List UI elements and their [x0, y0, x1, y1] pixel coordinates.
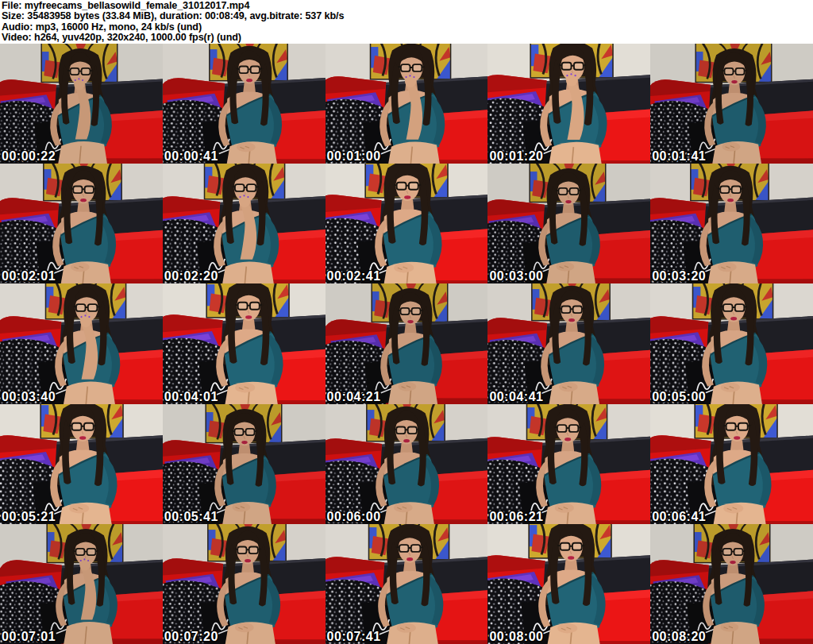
webcam-frame-art: [0, 283, 163, 403]
video-thumbnail: 00:02:41: [326, 164, 488, 283]
file-info-line-file: File: myfreecams_bellasowild_female_3101…: [2, 1, 813, 11]
webcam-frame-art: [326, 524, 488, 644]
timestamp-label: 00:08:00: [489, 630, 543, 644]
timestamp-label: 00:03:20: [652, 269, 706, 283]
video-thumbnail: 00:05:41: [163, 404, 326, 524]
timestamp-label: 00:02:20: [164, 269, 218, 283]
file-info-line-video: Video: h264, yuv420p, 320x240, 1000.00 f…: [2, 33, 813, 43]
video-thumbnail: 00:00:22: [0, 44, 163, 164]
video-thumbnail: 00:01:20: [487, 44, 650, 164]
webcam-frame-art: [163, 164, 326, 283]
video-thumbnail: 00:02:01: [0, 164, 163, 283]
video-thumbnail: 00:08:00: [487, 524, 650, 644]
neck: [730, 440, 744, 452]
thighs: [222, 262, 274, 284]
thighs: [387, 142, 440, 164]
video-thumbnail: 00:06:21: [487, 404, 650, 524]
thighs: [64, 622, 113, 644]
webcam-frame-art: [326, 164, 488, 283]
thighs: [549, 142, 603, 164]
neck: [238, 444, 251, 455]
webcam-frame-art: [163, 283, 326, 403]
video-thumbnail: 00:04:41: [487, 283, 650, 403]
neck: [561, 442, 574, 453]
timestamp-label: 00:04:41: [489, 390, 543, 404]
timestamp-label: 00:06:00: [327, 510, 381, 524]
timestamp-label: 00:03:40: [2, 390, 56, 404]
webcam-frame-art: [0, 524, 163, 644]
webcam-frame-art: [326, 283, 488, 403]
timestamp-label: 00:00:41: [164, 149, 218, 164]
video-thumbnail: 00:04:21: [326, 283, 488, 403]
timestamp-label: 00:04:21: [327, 390, 381, 404]
webcam-frame-art: [0, 404, 163, 524]
neck: [726, 564, 739, 575]
neck: [400, 442, 413, 453]
timestamp-label: 00:07:20: [164, 630, 218, 644]
webcam-frame-art: [650, 404, 813, 524]
video-thumbnail: 00:06:41: [650, 404, 813, 524]
webcam-frame-art: [650, 283, 813, 403]
webcam-frame-art: [0, 44, 163, 164]
neck: [564, 560, 578, 572]
video-thumbnail: 00:00:41: [163, 44, 326, 164]
webcam-frame-art: [163, 524, 326, 644]
timestamp-label: 00:05:41: [164, 510, 218, 524]
file-info-line-audio: Audio: mp3, 16000 Hz, mono, 24 kb/s (und…: [2, 22, 813, 33]
video-thumbnail: 00:05:00: [650, 283, 813, 403]
timestamp-label: 00:06:21: [489, 510, 543, 524]
video-contact-sheet: File: myfreecams_bellasowild_female_3101…: [0, 0, 813, 644]
timestamp-label: 00:04:01: [164, 390, 218, 404]
file-info-header: File: myfreecams_bellasowild_female_3101…: [0, 0, 813, 44]
video-thumbnail: 00:07:01: [0, 524, 163, 644]
timestamp-label: 00:08:20: [652, 630, 706, 644]
video-thumbnail: 00:02:20: [163, 164, 326, 283]
thighs: [63, 382, 115, 404]
timestamp-label: 00:01:41: [652, 149, 706, 164]
timestamp-label: 00:03:00: [489, 269, 543, 283]
timestamp-label: 00:07:01: [2, 630, 56, 644]
video-thumbnail: 00:03:40: [0, 283, 163, 403]
thighs: [58, 141, 107, 164]
webcam-frame-art: [0, 164, 163, 283]
video-thumbnail: 00:08:20: [650, 524, 813, 644]
webcam-frame-art: [326, 44, 488, 164]
thumbnail-grid: 00:00:22: [0, 44, 813, 644]
video-thumbnail: 00:05:21: [0, 404, 163, 524]
timestamp-label: 00:07:41: [327, 630, 381, 644]
webcam-frame-art: [487, 283, 650, 403]
webcam-frame-art: [487, 44, 650, 164]
video-thumbnail: 00:03:00: [487, 164, 650, 283]
webcam-frame-art: [487, 164, 650, 283]
webcam-frame-art: [650, 44, 813, 164]
video-thumbnail: 00:06:00: [326, 404, 488, 524]
video-thumbnail: 00:01:41: [650, 44, 813, 164]
timestamp-label: 00:00:22: [2, 149, 56, 164]
neck: [241, 563, 254, 574]
webcam-frame-art: [326, 404, 488, 524]
timestamp-label: 00:05:00: [652, 390, 706, 404]
video-thumbnail: 00:03:20: [650, 164, 813, 283]
video-thumbnail: 00:07:41: [326, 524, 488, 644]
timestamp-label: 00:01:00: [327, 149, 381, 164]
timestamp-label: 00:02:01: [2, 269, 56, 283]
webcam-frame-art: [163, 44, 326, 164]
webcam-frame-art: [163, 404, 326, 524]
timestamp-label: 00:01:20: [489, 149, 543, 164]
webcam-frame-art: [650, 164, 813, 283]
timestamp-label: 00:06:41: [652, 510, 706, 524]
webcam-frame-art: [487, 524, 650, 644]
timestamp-label: 00:05:21: [2, 510, 56, 524]
webcam-frame-art: [650, 524, 813, 644]
video-thumbnail: 00:04:01: [163, 283, 326, 403]
webcam-frame-art: [487, 404, 650, 524]
video-thumbnail: 00:01:00: [326, 44, 488, 164]
timestamp-label: 00:02:41: [327, 269, 381, 283]
neck: [403, 561, 415, 573]
neck: [76, 440, 90, 452]
file-info-line-size: Size: 35483958 bytes (33.84 MiB), durati…: [2, 11, 813, 21]
video-thumbnail: 00:07:20: [163, 524, 326, 644]
